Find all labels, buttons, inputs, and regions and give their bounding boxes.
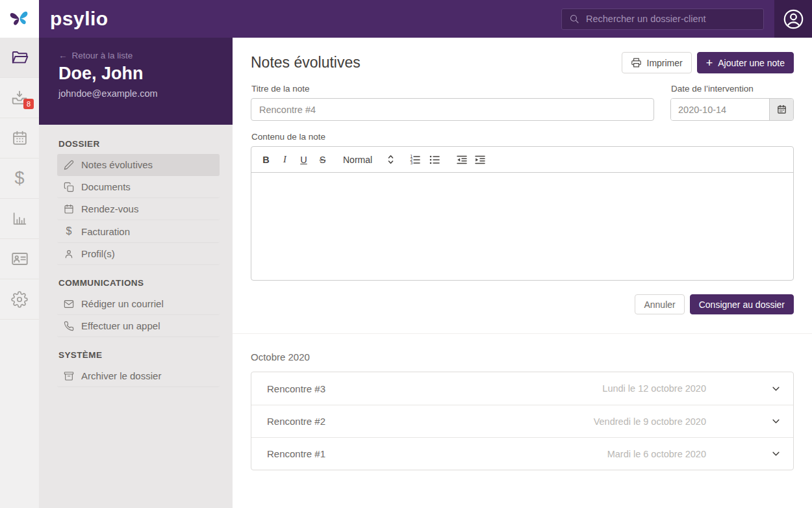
cancel-button-label: Annuler xyxy=(644,299,675,310)
butterfly-logo-icon xyxy=(9,10,30,28)
section-divider xyxy=(233,333,812,334)
rail-item-dossiers[interactable] xyxy=(0,38,39,78)
account-button[interactable] xyxy=(774,0,812,38)
client-sidebar: ← Retour à la liste Doe, John johndoe@ex… xyxy=(39,38,233,508)
sidebar-item-label: Archiver le dossier xyxy=(81,370,161,381)
sidebar-item-label: Rendez-vous xyxy=(81,203,138,214)
folder-open-icon xyxy=(11,49,29,66)
add-note-button[interactable]: + Ajouter une note xyxy=(697,52,794,73)
rail-item-inbox[interactable]: 8 xyxy=(0,78,39,118)
icon-rail: 8 $ xyxy=(0,38,39,508)
gear-icon xyxy=(11,291,28,308)
app-window: psylio 8 xyxy=(0,0,812,508)
print-button[interactable]: Imprimer xyxy=(622,52,692,73)
sidebar-item-archiver-dossier[interactable]: Archiver le dossier xyxy=(57,365,220,387)
underline-button[interactable]: U xyxy=(299,155,309,165)
chevron-down-icon[interactable] xyxy=(771,416,781,426)
client-header: ← Retour à la liste Doe, John johndoe@ex… xyxy=(39,38,233,125)
note-content-textarea[interactable] xyxy=(251,173,793,280)
editor-toolbar: B I U S Normal xyxy=(251,147,793,173)
printer-icon xyxy=(631,57,642,68)
rail-item-stats[interactable] xyxy=(0,199,39,239)
note-row-date: Mardi le 6 octobre 2020 xyxy=(607,449,706,459)
note-title-label: Titre de la note xyxy=(251,84,654,94)
envelope-icon xyxy=(64,299,74,309)
brand-logo[interactable] xyxy=(0,0,39,38)
rail-item-settings[interactable] xyxy=(0,279,39,320)
note-content-label: Contenu de la note xyxy=(251,132,794,142)
section-title-systeme: SYSTÈME xyxy=(58,350,220,360)
calendar-icon xyxy=(64,204,74,214)
inbox-count-badge: 8 xyxy=(23,99,34,109)
note-title-input[interactable] xyxy=(251,98,654,121)
format-picker-value: Normal xyxy=(343,155,372,165)
rail-item-billing[interactable]: $ xyxy=(0,159,39,199)
print-button-label: Imprimer xyxy=(647,58,683,68)
chevron-down-icon[interactable] xyxy=(771,449,781,459)
client-name: Doe, John xyxy=(58,64,220,84)
sidebar-item-label: Profil(s) xyxy=(81,248,115,259)
client-search[interactable] xyxy=(561,8,764,30)
brand-name: psylio xyxy=(50,8,108,30)
svg-text:3: 3 xyxy=(410,160,412,166)
note-row-title: Rencontre #2 xyxy=(267,416,594,427)
sidebar-item-label: Notes évolutives xyxy=(81,159,153,170)
account-icon xyxy=(782,8,805,31)
sidebar-item-documents[interactable]: Documents xyxy=(57,176,220,198)
phone-icon xyxy=(64,321,74,331)
calendar-icon xyxy=(12,130,28,146)
indent-button[interactable] xyxy=(474,154,486,166)
sidebar-item-rendez-vous[interactable]: Rendez-vous xyxy=(57,198,220,220)
submit-note-button[interactable]: Consigner au dossier xyxy=(690,294,794,314)
note-row-rencontre-1[interactable]: Rencontre #1 Mardi le 6 octobre 2020 xyxy=(251,437,793,470)
search-input[interactable] xyxy=(586,14,748,24)
sidebar-item-label: Rédiger un courriel xyxy=(81,298,164,309)
intervention-date-input[interactable] xyxy=(671,99,769,120)
note-row-rencontre-3[interactable]: Rencontre #3 Lundi le 12 octobre 2020 xyxy=(251,372,793,405)
note-row-rencontre-2[interactable]: Rencontre #2 Vendredi le 9 octobre 2020 xyxy=(251,405,793,437)
paragraph-format-picker[interactable]: Normal xyxy=(343,155,394,165)
cancel-button[interactable]: Annuler xyxy=(635,294,684,314)
archive-box-icon xyxy=(64,371,74,381)
bar-chart-icon xyxy=(12,210,28,227)
notes-list: Rencontre #3 Lundi le 12 octobre 2020 Re… xyxy=(251,372,794,470)
sidebar-item-label: Documents xyxy=(81,181,131,192)
person-icon xyxy=(64,249,74,259)
back-arrow-icon: ← xyxy=(58,51,68,60)
sidebar-item-rediger-courriel[interactable]: Rédiger un courriel xyxy=(57,293,220,315)
main-content: Notes évolutives Imprimer + Ajouter une … xyxy=(233,38,812,508)
search-icon xyxy=(569,14,579,24)
date-picker-button[interactable] xyxy=(769,99,793,120)
bold-button[interactable]: B xyxy=(261,155,271,165)
sidebar-item-notes-evolutives[interactable]: Notes évolutives xyxy=(57,154,220,176)
note-row-date: Lundi le 12 octobre 2020 xyxy=(602,383,706,394)
client-email: johndoe@example.com xyxy=(58,88,220,99)
plus-icon: + xyxy=(706,57,713,69)
chevron-down-icon[interactable] xyxy=(771,384,781,394)
sidebar-item-effectuer-appel[interactable]: Effectuer un appel xyxy=(57,315,220,337)
strikethrough-button[interactable]: S xyxy=(318,155,327,165)
back-to-list-link[interactable]: ← Retour à la liste xyxy=(58,51,220,60)
dollar-icon: $ xyxy=(64,225,74,237)
pencil-icon xyxy=(64,160,74,170)
rich-text-editor: B I U S Normal xyxy=(251,146,794,281)
outdent-button[interactable] xyxy=(456,154,468,166)
submit-note-button-label: Consigner au dossier xyxy=(699,299,785,310)
italic-button[interactable]: I xyxy=(280,154,290,165)
add-note-button-label: Ajouter une note xyxy=(718,58,785,68)
back-link-label: Retour à la liste xyxy=(72,51,133,60)
calendar-icon xyxy=(777,105,787,114)
rail-item-contacts[interactable] xyxy=(0,239,39,279)
contact-card-icon xyxy=(11,250,29,268)
bullet-list-button[interactable] xyxy=(429,154,440,166)
rail-item-calendar[interactable] xyxy=(0,118,39,159)
sidebar-item-profils[interactable]: Profil(s) xyxy=(57,243,220,265)
note-row-title: Rencontre #3 xyxy=(267,383,602,394)
sidebar-menu: DOSSIER Notes évolutives Documents Rende… xyxy=(39,125,233,387)
sidebar-item-facturation[interactable]: $ Facturation xyxy=(57,220,220,243)
page-title: Notes évolutives xyxy=(251,54,361,71)
ordered-list-button[interactable]: 123 xyxy=(409,154,421,166)
top-bar: psylio xyxy=(0,0,812,38)
note-row-title: Rencontre #1 xyxy=(267,448,607,459)
notes-group-title: Octobre 2020 xyxy=(251,351,794,362)
